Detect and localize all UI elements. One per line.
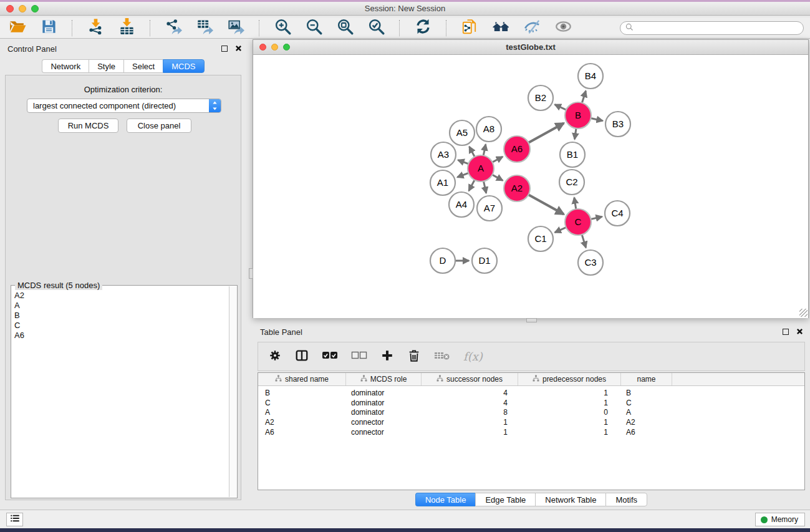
node-C3[interactable]: C3 <box>578 250 603 275</box>
table-cell[interactable]: A6 <box>621 428 672 437</box>
table-cell[interactable]: 1 <box>518 418 621 427</box>
table-cell[interactable]: connector <box>346 428 422 437</box>
node-A2[interactable]: A2 <box>504 175 530 201</box>
delete-row-button[interactable] <box>407 349 421 365</box>
zoom-selected-button[interactable] <box>365 19 387 37</box>
node-A4[interactable]: A4 <box>449 192 474 217</box>
table-cell[interactable]: B <box>258 389 346 397</box>
table-panel-close-button[interactable] <box>796 328 803 335</box>
table-cell[interactable]: A6 <box>258 428 346 437</box>
mcds-result-item[interactable]: C <box>13 321 227 331</box>
optimization-criterion-select[interactable]: largest connected component (directed) <box>27 99 221 113</box>
left-scroll-mark[interactable] <box>249 268 253 279</box>
bottom-scroll-mark[interactable] <box>526 318 537 322</box>
column-header-name[interactable]: name <box>621 373 672 385</box>
search-box[interactable] <box>620 21 804 35</box>
table-tab-edge-table[interactable]: Edge Table <box>475 493 535 506</box>
task-history-button[interactable] <box>6 513 23 526</box>
maximize-traffic-light[interactable] <box>31 5 39 12</box>
window-titlebar[interactable]: Session: New Session <box>0 0 810 16</box>
control-panel-close-button[interactable] <box>235 45 242 52</box>
tab-network[interactable]: Network <box>42 59 89 73</box>
network-close-traffic-light[interactable] <box>259 44 266 51</box>
node-B3[interactable]: B3 <box>605 112 630 137</box>
table-row[interactable]: Bdominator41B <box>258 388 804 398</box>
table-cell[interactable]: 1 <box>422 428 518 437</box>
table-panel-float-button[interactable] <box>783 329 789 335</box>
table-cell[interactable]: dominator <box>346 399 422 407</box>
network-canvas[interactable]: B4B2BB3A8A5A6B1A3AC2A1A2A4A7C4CC1C3DD1 <box>253 56 808 318</box>
table-cell[interactable]: A <box>621 408 672 417</box>
table-cell[interactable]: 1 <box>518 389 621 397</box>
show-all-button[interactable] <box>552 19 574 37</box>
resize-grip[interactable] <box>799 309 808 317</box>
table-cell[interactable]: C <box>258 399 346 407</box>
refresh-view-button[interactable] <box>412 19 434 37</box>
column-header-shared-name[interactable]: shared name <box>258 373 346 385</box>
tab-style[interactable]: Style <box>89 59 123 73</box>
mcds-result-item[interactable]: A <box>13 301 227 311</box>
minimize-traffic-light[interactable] <box>19 5 26 12</box>
node-B1[interactable]: B1 <box>560 142 585 167</box>
result-scrollbar[interactable] <box>229 286 237 497</box>
new-network-from-selection-button[interactable] <box>458 19 481 37</box>
add-row-button[interactable] <box>380 349 394 365</box>
export-image-button[interactable] <box>224 19 247 37</box>
node-C2[interactable]: C2 <box>559 170 584 195</box>
export-table-button[interactable] <box>193 19 216 37</box>
node-C1[interactable]: C1 <box>528 226 553 251</box>
select-all-checks-button[interactable] <box>322 349 338 365</box>
table-cell[interactable]: 0 <box>518 408 621 417</box>
column-header-MCDS-role[interactable]: MCDS role <box>346 373 422 385</box>
mcds-result-item[interactable]: A6 <box>13 331 227 341</box>
run-mcds-button[interactable]: Run MCDS <box>58 118 118 133</box>
network-maximize-traffic-light[interactable] <box>283 44 290 51</box>
control-panel-float-button[interactable] <box>221 46 228 52</box>
node-A3[interactable]: A3 <box>431 142 456 167</box>
import-table-button[interactable] <box>115 19 138 37</box>
clear-checks-button[interactable] <box>351 349 367 365</box>
column-header-successor-nodes[interactable]: successor nodes <box>422 373 518 385</box>
zoom-out-button[interactable] <box>302 19 325 37</box>
table-cell[interactable]: A <box>258 408 346 417</box>
node-A1[interactable]: A1 <box>430 170 455 195</box>
search-input[interactable] <box>636 22 798 34</box>
node-A[interactable]: A <box>468 155 494 181</box>
table-cell[interactable]: A2 <box>258 418 346 427</box>
table-cell[interactable]: 8 <box>422 408 518 417</box>
table-cell[interactable]: 4 <box>422 399 518 407</box>
node-B4[interactable]: B4 <box>578 64 603 89</box>
network-window-titlebar[interactable]: testGlobe.txt <box>253 40 808 55</box>
table-cell[interactable]: C <box>621 399 672 407</box>
table-cell[interactable]: 1 <box>518 399 621 407</box>
memory-button[interactable]: Memory <box>755 513 805 526</box>
table-cell[interactable]: 4 <box>422 389 518 397</box>
table-tab-motifs[interactable]: Motifs <box>605 493 647 506</box>
table-cell[interactable]: 1 <box>422 418 518 427</box>
table-cell[interactable]: connector <box>346 418 422 427</box>
table-row[interactable]: Adominator80A <box>258 408 804 418</box>
table-cell[interactable]: dominator <box>346 389 422 397</box>
hide-selected-button[interactable] <box>521 19 543 37</box>
table-tab-network-table[interactable]: Network Table <box>535 493 605 506</box>
node-A7[interactable]: A7 <box>477 196 502 221</box>
node-B[interactable]: B <box>565 102 591 128</box>
save-session-button[interactable] <box>37 19 60 37</box>
table-cell[interactable]: dominator <box>346 408 422 417</box>
network-minimize-traffic-light[interactable] <box>271 44 278 51</box>
table-cell[interactable]: B <box>621 389 672 397</box>
node-A6[interactable]: A6 <box>504 136 530 162</box>
export-network-button[interactable] <box>162 19 185 37</box>
node-B2[interactable]: B2 <box>528 85 553 110</box>
first-neighbors-button[interactable] <box>489 19 512 37</box>
node-C[interactable]: C <box>565 209 591 235</box>
mcds-result-item[interactable]: B <box>13 311 227 321</box>
tab-mcds[interactable]: MCDS <box>163 59 204 73</box>
tab-select[interactable]: Select <box>123 59 163 73</box>
table-cell[interactable]: 1 <box>518 428 621 437</box>
table-row[interactable]: A6connector11A6 <box>258 427 804 437</box>
node-D[interactable]: D <box>430 248 455 273</box>
table-row[interactable]: A2connector11A2 <box>258 417 804 427</box>
node-A5[interactable]: A5 <box>450 120 475 145</box>
close-traffic-light[interactable] <box>6 5 14 12</box>
